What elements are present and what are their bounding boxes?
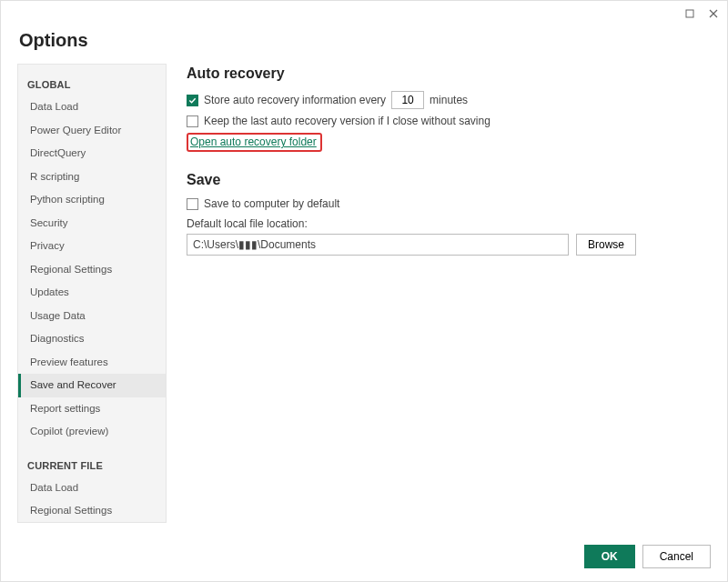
open-recovery-folder-row: Open auto recovery folder [187, 133, 711, 152]
save-default-label: Save to computer by default [204, 197, 339, 210]
sidebar-item-cf-regional-settings[interactable]: Regional Settings [18, 499, 166, 523]
sidebar-item-copilot-preview[interactable]: Copilot (preview) [18, 420, 166, 444]
auto-recovery-title: Auto recovery [187, 65, 711, 82]
store-auto-recovery-label-suffix: minutes [430, 94, 468, 106]
default-location-label: Default local file location: [187, 217, 711, 230]
sidebar-item-preview-features[interactable]: Preview features [18, 351, 166, 375]
sidebar-item-report-settings[interactable]: Report settings [18, 397, 166, 421]
sidebar-item-security[interactable]: Security [18, 212, 166, 236]
dialog-header: Options [1, 26, 727, 64]
sidebar: GLOBAL Data Load Power Query Editor Dire… [17, 64, 167, 523]
ok-button[interactable]: OK [584, 545, 635, 568]
sidebar-section-current-file: CURRENT FILE [18, 455, 166, 477]
save-default-checkbox[interactable] [187, 198, 198, 210]
dialog-title: Options [19, 30, 709, 51]
options-dialog: Options GLOBAL Data Load Power Query Edi… [0, 0, 728, 582]
sidebar-item-directquery[interactable]: DirectQuery [18, 142, 166, 166]
save-default-row: Save to computer by default [187, 197, 711, 210]
keep-last-version-checkbox[interactable] [187, 115, 198, 127]
store-auto-recovery-row: Store auto recovery information every mi… [187, 91, 711, 109]
sidebar-item-cf-data-load[interactable]: Data Load [18, 477, 166, 500]
sidebar-item-updates[interactable]: Updates [18, 281, 166, 305]
maximize-icon[interactable] [683, 7, 696, 20]
open-recovery-folder-highlight: Open auto recovery folder [187, 133, 322, 152]
cancel-button[interactable]: Cancel [642, 545, 711, 568]
store-auto-recovery-label-prefix: Store auto recovery information every [204, 94, 386, 106]
auto-recovery-minutes-input[interactable] [391, 91, 424, 109]
sidebar-item-r-scripting[interactable]: R scripting [18, 166, 166, 189]
default-location-row: Browse [187, 234, 711, 256]
sidebar-section-global: GLOBAL [18, 74, 166, 95]
browse-button[interactable]: Browse [576, 234, 636, 256]
keep-last-version-label: Keep the last auto recovery version if I… [204, 115, 490, 127]
default-location-input[interactable] [187, 234, 569, 256]
sidebar-item-data-load[interactable]: Data Load [18, 95, 166, 119]
sidebar-item-usage-data[interactable]: Usage Data [18, 305, 166, 328]
sidebar-item-privacy[interactable]: Privacy [18, 235, 166, 258]
sidebar-item-save-and-recover[interactable]: Save and Recover [18, 374, 166, 397]
store-auto-recovery-checkbox[interactable] [187, 95, 198, 106]
svg-rect-0 [686, 10, 693, 17]
content-panel: Auto recovery Store auto recovery inform… [187, 64, 711, 523]
sidebar-item-diagnostics[interactable]: Diagnostics [18, 327, 166, 351]
dialog-footer: OK Cancel [1, 536, 727, 581]
save-title: Save [187, 172, 711, 188]
sidebar-item-power-query-editor[interactable]: Power Query Editor [18, 119, 166, 143]
titlebar [1, 1, 727, 26]
close-icon[interactable] [707, 7, 720, 20]
keep-last-version-row: Keep the last auto recovery version if I… [187, 115, 711, 127]
sidebar-item-python-scripting[interactable]: Python scripting [18, 188, 166, 212]
sidebar-item-regional-settings[interactable]: Regional Settings [18, 258, 166, 282]
open-recovery-folder-link[interactable]: Open auto recovery folder [190, 135, 317, 148]
